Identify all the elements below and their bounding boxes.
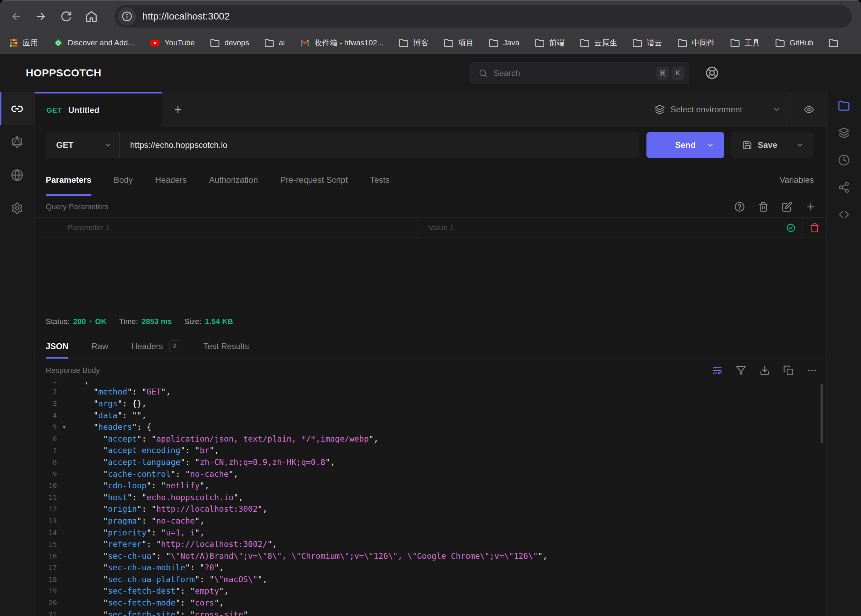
code-line: 9 "cache-control": "no-cache", <box>35 468 826 480</box>
bookmark-item[interactable]: 谐云 <box>633 38 662 48</box>
filter-icon[interactable] <box>736 365 746 376</box>
code-line: 2 "method": "GET", <box>35 386 826 398</box>
query-parameters-header: Query Parameters <box>35 196 826 218</box>
code-line: 4 "data": "", <box>35 410 826 421</box>
wrap-lines-icon[interactable] <box>712 365 723 376</box>
code-text: "origin": "http://localhost:3002", <box>69 504 267 514</box>
environment-selector-label: Select environment <box>671 105 767 115</box>
bookmark-item[interactable]: YouTube <box>150 38 195 47</box>
environment-selector[interactable]: Select environment <box>644 92 792 127</box>
browser-toolbar: http://localhost:3002 <box>0 0 861 32</box>
sidebar-item-realtime[interactable] <box>0 158 34 192</box>
code-text: "sec-ch-ua": "\"Not/A)Brand\";v=\"8\", \… <box>69 552 547 561</box>
fold-toggle-icon[interactable]: ▼ <box>60 424 69 430</box>
bookmark-item[interactable]: 项目 <box>444 38 473 48</box>
bookmark-item[interactable]: 博客 <box>399 38 428 48</box>
tab-pre-request-script[interactable]: Pre-request Script <box>280 164 347 196</box>
code-line: 7 "accept-encoding": "br", <box>35 445 826 457</box>
send-button[interactable]: Send <box>646 132 724 158</box>
more-options-icon[interactable] <box>807 365 817 376</box>
tab-parameters[interactable]: Parameters <box>46 164 91 196</box>
code-line: 20 "sec-fetch-mode": "cors", <box>35 597 826 609</box>
tab-body[interactable]: Body <box>114 164 133 196</box>
bookmark-item[interactable]: 中间件 <box>677 38 715 48</box>
parameter-key-input[interactable] <box>57 223 418 232</box>
sidebar-item-history[interactable] <box>827 146 861 174</box>
bookmark-item[interactable]: GitHub <box>775 38 813 48</box>
search-input[interactable] <box>493 68 654 78</box>
code-lines: 1{2 "method": "GET",3 "args": {},4 "data… <box>35 382 826 616</box>
new-tab-button[interactable]: + <box>162 92 193 127</box>
sidebar-item-settings[interactable] <box>0 192 34 225</box>
code-line: 19 "sec-fetch-dest": "empty", <box>35 585 826 597</box>
parameter-delete-button[interactable] <box>803 218 826 237</box>
response-body-header: Response Body <box>35 359 826 382</box>
request-url-input[interactable] <box>119 132 639 158</box>
bookmark-item[interactable]: Java <box>489 38 519 48</box>
sidebar-item-rest[interactable] <box>0 92 34 125</box>
response-tab-headers[interactable]: Headers2 <box>131 334 181 358</box>
request-tab-strip: GET Untitled + Select environment <box>35 92 826 127</box>
tab-headers[interactable]: Headers <box>155 164 187 196</box>
variables-link[interactable]: Variables <box>780 164 814 196</box>
code-line: 17 "sec-ch-ua-mobile": "?0", <box>35 562 826 574</box>
response-tab-raw[interactable]: Raw <box>91 334 108 358</box>
add-parameter-icon[interactable] <box>806 202 816 212</box>
response-code-viewer[interactable]: 1{2 "method": "GET",3 "args": {},4 "data… <box>35 382 826 616</box>
download-icon[interactable] <box>759 365 770 376</box>
sidebar-item-share[interactable] <box>827 174 861 201</box>
response-tabs: JSONRawHeaders2Test Results <box>35 334 826 359</box>
delete-all-icon[interactable] <box>758 202 768 212</box>
code-line: 8 "accept-language": "zh-CN,zh;q=0.9,zh-… <box>35 456 826 468</box>
bookmark-label: 工具 <box>745 38 760 48</box>
save-options-chevron-icon[interactable] <box>796 141 804 149</box>
request-tab-active[interactable]: GET Untitled <box>35 92 162 127</box>
environment-quick-peek-button[interactable] <box>792 92 826 127</box>
back-icon[interactable] <box>9 9 23 24</box>
copy-icon[interactable] <box>783 365 793 376</box>
search-box[interactable]: ⌘ K <box>470 62 689 84</box>
bookmark-item[interactable]: 收件箱 - hfwas102... <box>300 38 383 48</box>
edit-bulk-icon[interactable] <box>782 202 792 212</box>
save-label: Save <box>758 140 790 150</box>
sidebar-item-collections[interactable] <box>827 92 861 119</box>
forward-icon[interactable] <box>34 9 48 24</box>
reload-icon[interactable] <box>59 9 73 24</box>
sidebar-item-code-snippet[interactable] <box>827 201 861 228</box>
bookmark-item-partial[interactable] <box>828 38 838 48</box>
code-line: 1{ <box>35 382 826 386</box>
graphql-icon <box>11 136 24 148</box>
support-icon[interactable] <box>705 66 719 80</box>
method-select[interactable]: GET <box>46 132 119 158</box>
home-icon[interactable] <box>85 9 98 24</box>
code-scrollbar[interactable] <box>820 384 823 443</box>
bookmark-item[interactable]: Discover and Add... <box>53 38 134 48</box>
url-bar[interactable]: http://localhost:3002 <box>115 5 852 28</box>
bookmark-item[interactable]: 云原生 <box>580 38 617 48</box>
sidebar-item-environments[interactable] <box>827 119 861 146</box>
save-icon <box>742 140 752 150</box>
save-button[interactable]: Save <box>731 132 814 158</box>
bookmark-item[interactable]: 工具 <box>730 38 760 48</box>
code-line: 10 "cdn-loop": "netlify", <box>35 479 826 492</box>
kbd-cmd: ⌘ <box>656 67 669 80</box>
parameter-active-toggle[interactable] <box>779 218 802 237</box>
help-icon[interactable] <box>734 202 745 212</box>
tab-tests[interactable]: Tests <box>370 164 390 196</box>
send-options-chevron-icon[interactable] <box>706 141 715 149</box>
bookmark-item[interactable]: 前端 <box>535 38 564 48</box>
tab-authorization[interactable]: Authorization <box>209 164 258 196</box>
response-tab-json[interactable]: JSON <box>46 334 68 358</box>
bookmark-item[interactable]: ai <box>264 38 285 48</box>
bookmark-label: GitHub <box>789 38 813 47</box>
sidebar-item-graphql[interactable] <box>0 125 34 158</box>
site-info-icon[interactable] <box>118 7 136 25</box>
bookmark-item[interactable]: devops <box>210 38 249 48</box>
line-number: 12 <box>35 505 57 513</box>
folder-icon <box>399 38 409 48</box>
bookmark-item[interactable]: 应用 <box>9 38 38 48</box>
response-tab-test-results[interactable]: Test Results <box>203 334 249 358</box>
parameter-value-input[interactable] <box>418 223 779 232</box>
row-drag-stub <box>35 218 57 237</box>
response-tab-label: JSON <box>46 341 68 351</box>
